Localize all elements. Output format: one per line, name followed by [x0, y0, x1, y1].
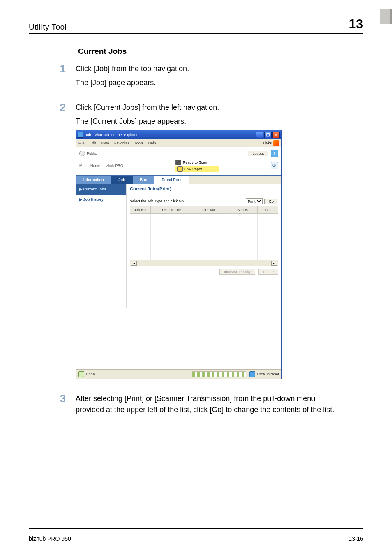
step-body: Click [Job] from the top navigation. The…	[76, 63, 189, 91]
ie-status-bar: Done Local intranet	[76, 369, 281, 379]
content-title: Current Jobs(Print)	[130, 186, 278, 192]
tab-direct-print[interactable]: Direct Print	[154, 176, 189, 184]
page-header: Utility Tool 13	[29, 16, 363, 32]
step-text: Click [Job] from the top navigation.	[76, 63, 189, 74]
sidebar: ▶ Current Jobs ▶ Job History	[76, 184, 127, 308]
step-number: 1	[29, 63, 66, 91]
horizontal-scrollbar[interactable]: ◂ ▸	[130, 260, 278, 266]
step-body: After selecting [Print] or [Scanner Tran…	[76, 393, 339, 418]
maximize-button[interactable]: ❐	[264, 132, 272, 138]
warning-icon	[177, 166, 183, 172]
status-text: Ready to Scan	[183, 160, 207, 165]
increase-priority-button[interactable]: Increase Priority	[219, 269, 255, 275]
col-output: Outpu	[257, 206, 278, 214]
table-header-row: Job No. User Name File Name Status Outpu	[130, 206, 278, 214]
menu-help[interactable]: Help	[148, 141, 156, 145]
footer-page: 13-16	[348, 535, 363, 542]
job-type-select[interactable]: Print	[246, 198, 263, 204]
scanner-icon	[175, 160, 181, 165]
section-title: Current Jobs	[78, 47, 363, 56]
menu-tools[interactable]: Tools	[134, 141, 143, 145]
table-empty-row	[130, 214, 278, 260]
zone-label: Local intranet	[257, 372, 279, 377]
window-title: Job - Microsoft Internet Explorer	[85, 132, 138, 138]
minimize-button[interactable]: –	[256, 132, 263, 138]
delete-button[interactable]: Delete	[258, 269, 278, 275]
menu-favorites[interactable]: Favorites	[114, 141, 129, 145]
user-indicator: Public	[79, 151, 97, 156]
col-job-no: Job No.	[130, 206, 151, 214]
top-nav: Information Job Box Direct Print	[76, 175, 281, 184]
page-edge-tab	[380, 9, 392, 24]
tab-information[interactable]: Information	[76, 176, 111, 184]
step-number: 3	[29, 393, 66, 418]
col-file-name: File Name	[192, 206, 228, 214]
model-name: Model Name : bizhub PRO	[79, 163, 123, 169]
links-label: Links	[263, 141, 272, 146]
steps-list: 1 Click [Job] from the top navigation. T…	[29, 63, 363, 418]
menu-edit[interactable]: Edit	[90, 141, 96, 145]
menu-view[interactable]: View	[101, 141, 109, 145]
status-low-paper: Low Paper	[175, 166, 219, 172]
select-instruction: Select the Job Type and click Go.	[130, 199, 184, 204]
header-rule	[29, 33, 363, 34]
ie-throbber-icon	[273, 140, 279, 146]
content-pane: Current Jobs(Print) Select the Job Type …	[127, 184, 281, 308]
col-user-name: User Name	[151, 206, 192, 214]
go-button[interactable]: Go	[264, 199, 278, 204]
content-empty-area	[76, 308, 281, 369]
ie-app-icon	[78, 132, 83, 138]
status-done-text: Done	[86, 372, 95, 377]
user-label: Public	[87, 151, 97, 156]
progress-bar	[192, 371, 246, 377]
help-icon[interactable]: ?	[271, 150, 278, 157]
header-page-number: 13	[348, 16, 363, 32]
user-icon	[79, 151, 85, 156]
header-title: Utility Tool	[29, 23, 67, 32]
sidebar-item-job-history[interactable]: ▶ Job History	[76, 195, 126, 205]
col-status: Status	[228, 206, 257, 214]
ie-window: Job - Microsoft Internet Explorer – ❐ ✕ …	[76, 130, 282, 379]
step-text: After selecting [Print] or [Scanner Tran…	[76, 393, 339, 415]
menu-file[interactable]: FFileile	[78, 141, 85, 145]
scroll-left-button[interactable]: ◂	[131, 261, 137, 266]
logout-button[interactable]: Logout	[248, 151, 268, 156]
step-2: 2 Click [Current Jobs] from the left nav…	[29, 102, 363, 382]
tab-job[interactable]: Job	[111, 176, 133, 184]
step-text: The [Job] page appears.	[76, 77, 189, 88]
screenshot: Job - Microsoft Internet Explorer – ❐ ✕ …	[76, 130, 282, 379]
step-body: Click [Current Jobs] from the left navig…	[76, 102, 282, 382]
step-text: Click [Current Jobs] from the left navig…	[76, 102, 282, 113]
refresh-button[interactable]: ⟳	[271, 162, 278, 169]
ie-menubar: FFileile Edit View Favorites Tools Help …	[76, 139, 281, 147]
step-number: 2	[29, 102, 66, 382]
done-icon	[78, 371, 84, 377]
footer-rule	[29, 528, 363, 529]
ie-titlebar: Job - Microsoft Internet Explorer – ❐ ✕	[76, 130, 281, 139]
step-1: 1 Click [Job] from the top navigation. T…	[29, 63, 363, 91]
tab-box[interactable]: Box	[133, 176, 154, 184]
status-ready: Ready to Scan	[175, 160, 219, 165]
zone-icon	[249, 371, 255, 377]
step-3: 3 After selecting [Print] or [Scanner Tr…	[29, 393, 363, 418]
sidebar-item-current-jobs[interactable]: ▶ Current Jobs	[76, 184, 126, 195]
app-header: Public Logout ? Model Name : bizhub PRO	[76, 147, 281, 175]
close-button[interactable]: ✕	[272, 132, 280, 138]
page-footer: bizhub PRO 950 13-16	[29, 535, 363, 542]
status-text: Low Paper	[184, 167, 202, 172]
footer-model: bizhub PRO 950	[29, 535, 71, 542]
step-text: The [Current Jobs] page appears.	[76, 116, 282, 127]
scroll-right-button[interactable]: ▸	[271, 261, 277, 266]
jobs-table: Job No. User Name File Name Status Outpu	[130, 206, 278, 260]
